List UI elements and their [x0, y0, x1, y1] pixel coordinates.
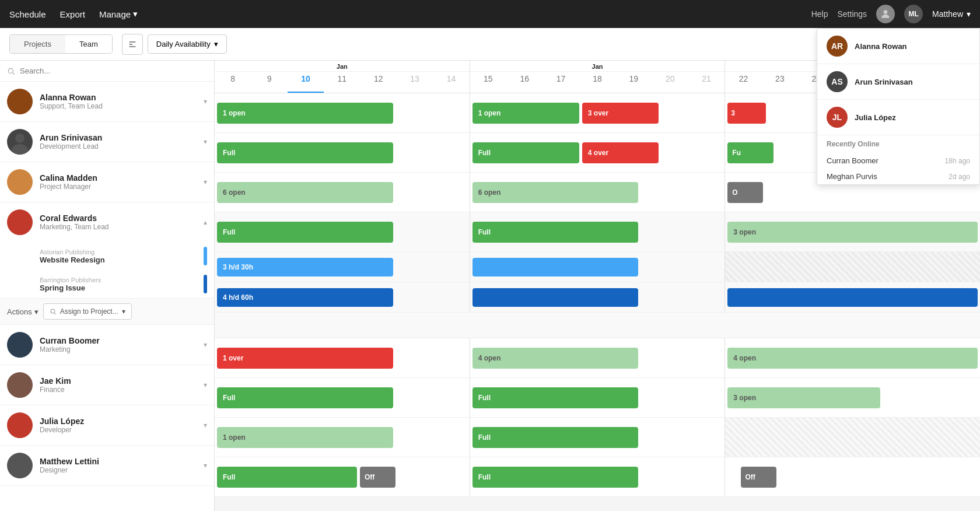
dropdown-user-julia[interactable]: JL Julia López [817, 100, 979, 135]
matthew-week2: Full [470, 457, 725, 496]
user-name[interactable]: Matthew ▾ [932, 9, 971, 19]
person-row-julia[interactable]: Julia López Developer ▾ [0, 405, 214, 446]
week1-days: 8 9 10 11 12 13 14 [215, 72, 470, 93]
svg-point-7 [12, 104, 28, 114]
week-1-header: Jan 8 9 10 11 12 13 14 [215, 61, 470, 93]
person-info-alanna: Alanna Rowan Support, Team Lead [40, 93, 204, 110]
spring-block-w1[interactable]: 4 h/d 60h [217, 288, 393, 307]
chevron-arun: ▾ [204, 138, 207, 146]
day-14: 14 [433, 72, 469, 93]
person-row-alanna[interactable]: Alanna Rowan Support, Team Lead ▾ [0, 82, 214, 122]
coral-block-w2[interactable]: Full [473, 222, 638, 243]
matthew-block-w3-off[interactable]: Off [741, 467, 776, 488]
nav-schedule[interactable]: Schedule [9, 9, 46, 19]
person-info-julia: Julia López Developer [40, 416, 204, 434]
avatar-matthew [7, 453, 33, 478]
matthew-week3: Off [724, 457, 980, 496]
arun-block-w1[interactable]: Full [217, 142, 393, 163]
spring-block-w3[interactable] [727, 288, 978, 307]
availability-dropdown[interactable]: Daily Availability ▾ [148, 34, 227, 54]
matthew-block-w1-full[interactable]: Full [217, 467, 357, 488]
collapse-button[interactable] [122, 34, 143, 55]
actions-dropdown[interactable]: Actions ▾ [7, 307, 38, 316]
svg-line-15 [54, 313, 56, 314]
chevron-julia: ▾ [204, 421, 207, 429]
nav-left: Schedule Export Manage ▾ [9, 9, 811, 19]
jae-block-w2[interactable]: Full [473, 387, 638, 408]
client-barrington: Barrington Publishers [40, 276, 101, 284]
nav-help[interactable]: Help [811, 9, 828, 19]
assign-search-icon [50, 308, 57, 315]
spring-block-w2[interactable] [473, 288, 638, 307]
person-row-calina[interactable]: Calina Madden Project Manager ▾ [0, 162, 214, 202]
svg-point-10 [15, 174, 24, 183]
person-row-arun[interactable]: Arun Srinivasan Development Lead ▾ [0, 122, 214, 162]
matthew-block-w2[interactable]: Full [473, 467, 638, 488]
person-row-matthew[interactable]: Matthew Lettini Designer ▾ [0, 446, 214, 486]
assign-to-project-button[interactable]: Assign to Project... ▾ [43, 303, 132, 320]
arun-block-w2-full[interactable]: Full [473, 142, 579, 163]
svg-point-12 [15, 214, 24, 223]
person-name-curran: Curran Boomer [40, 336, 204, 345]
julia-week1: 1 open [215, 418, 470, 457]
day-23: 23 [762, 72, 798, 93]
avatar-jae [7, 372, 33, 398]
calina-block-w3[interactable]: O [727, 182, 763, 203]
calina-block-w1[interactable]: 6 open [217, 182, 393, 203]
search-input[interactable] [20, 66, 207, 75]
coral-block-w3[interactable]: 3 open [727, 222, 978, 243]
day-8: 8 [215, 72, 251, 93]
website-block-w2[interactable] [473, 258, 638, 276]
availability-label: Daily Availability [156, 40, 211, 48]
dropdown-avatar-arun: AS [827, 71, 848, 92]
jae-block-w3[interactable]: 3 open [727, 387, 880, 408]
person-info-jae: Jae Kim Finance [40, 376, 204, 394]
person-info-arun: Arun Srinivasan Development Lead [40, 133, 204, 150]
arun-block-w2-over[interactable]: 4 over [582, 142, 659, 163]
nav-manage[interactable]: Manage ▾ [99, 9, 138, 19]
user-avatar[interactable]: ML [904, 5, 923, 23]
tab-projects[interactable]: Projects [10, 35, 65, 53]
actions-arrow: ▾ [34, 307, 38, 316]
alanna-block-w2-over[interactable]: 3 over [582, 103, 659, 124]
week1-month: Jan [215, 61, 470, 72]
nav-settings[interactable]: Settings [837, 9, 867, 19]
avatar-julia [7, 412, 33, 438]
arun-week2: Full 4 over [470, 133, 725, 172]
person-row-coral[interactable]: Coral Edwards Marketing, Team Lead ▴ [0, 202, 214, 242]
recent-name-meghan: Meghan Purvis [827, 172, 877, 181]
dropdown-recent-curran[interactable]: Curran Boomer 18h ago [817, 153, 979, 169]
project-spring[interactable]: Barrington Publishers Spring Issue [0, 270, 214, 298]
matthew-block-w1-off[interactable]: Off [360, 467, 396, 488]
dropdown-recent-meghan[interactable]: Meghan Purvis 2d ago [817, 169, 979, 184]
curran-block-w3[interactable]: 4 open [727, 348, 978, 369]
avatar-arun [7, 129, 33, 155]
jae-block-w1[interactable]: Full [217, 387, 393, 408]
person-row-jae[interactable]: Jae Kim Finance ▾ [0, 365, 214, 405]
person-role-coral: Marketing, Team Lead [40, 223, 204, 231]
website-block-w1[interactable]: 3 h/d 30h [217, 258, 393, 276]
tab-team[interactable]: Team [65, 35, 112, 53]
dropdown-user-arun[interactable]: AS Arun Srinivasan [817, 64, 979, 100]
curran-block-w1[interactable]: 1 over [217, 348, 393, 369]
alanna-block-w2-open[interactable]: 1 open [473, 103, 579, 124]
person-row-curran[interactable]: Curran Boomer Marketing ▾ [0, 325, 214, 365]
week2-month: Jan [470, 61, 725, 72]
actions-bar: Actions ▾ Assign to Project... ▾ [0, 298, 214, 324]
curran-block-w2[interactable]: 4 open [473, 348, 638, 369]
nav-export[interactable]: Export [60, 9, 85, 19]
project-website[interactable]: Astorian Publishing Website Redesign [0, 242, 214, 270]
alanna-block-w1[interactable]: 1 open [217, 103, 393, 124]
arun-block-w3[interactable]: Fu [727, 142, 774, 163]
coral-block-w1[interactable]: Full [217, 222, 393, 243]
dropdown-user-alanna[interactable]: AR Alanna Rowan [817, 29, 979, 64]
julia-block-w2[interactable]: Full [473, 427, 638, 448]
calina-block-w2[interactable]: 6 open [473, 182, 638, 203]
svg-point-11 [12, 184, 28, 195]
alanna-block-w3[interactable]: 3 [727, 103, 766, 124]
day-13: 13 [397, 72, 433, 93]
person-name-matthew: Matthew Lettini [40, 457, 204, 466]
svg-point-17 [12, 347, 28, 358]
alanna-week1: 1 open [215, 93, 470, 132]
julia-block-w1[interactable]: 1 open [217, 427, 393, 448]
